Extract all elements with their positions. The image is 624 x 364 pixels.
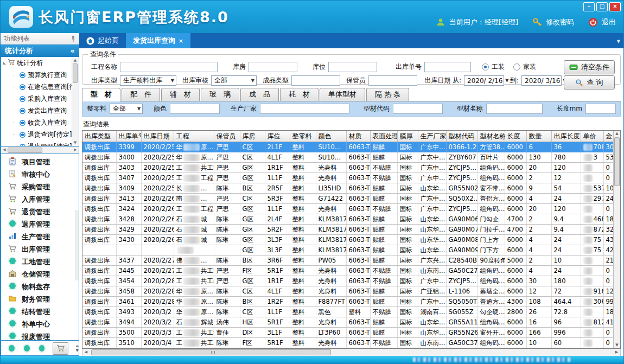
location-input[interactable] [328,62,377,72]
sidebar-item-采购管理[interactable]: 采购管理 [1,181,79,193]
expand-icon[interactable] [3,62,6,65]
column-header-13[interactable]: 生产厂家 [418,131,446,142]
change-password-link[interactable]: 修改密码 [546,17,574,27]
grid-scroll-left-icon[interactable]: ◀ [83,349,89,355]
color-input[interactable] [170,104,220,114]
profile-code-input[interactable] [393,104,443,114]
table-row[interactable]: 调拨出库35122020/3/4工共工程陈琳F区1L2F整料光身料6063-T5… [82,348,614,349]
whole-part-select[interactable]: 全部▼ [110,104,143,114]
grid-vertical-scrollbar[interactable]: ▲ ▼ [613,131,620,348]
collapse-icon[interactable]: « [71,47,75,55]
module-scrollbar[interactable] [75,210,79,280]
grid-scroll-up-icon[interactable]: ▲ [614,131,620,137]
audit-select[interactable]: 全部▼ [211,75,257,86]
column-header-12[interactable]: 膜厚 [397,131,418,142]
sidebar-item-仓储管理[interactable]: 仓储管理 [1,268,79,280]
sidebar-item-审核中心[interactable]: 审核中心 [1,168,79,181]
maximize-button[interactable]: □ [596,2,608,11]
column-header-1[interactable]: 出库类型 [82,131,116,142]
grid-scroll-right-icon[interactable]: ▶ [614,349,620,355]
close-button[interactable]: × [609,2,621,11]
table-row[interactable]: 调拨出库34292020/2/26石城陈琳G区5R2F整料KLM38176063… [82,225,614,235]
table-row[interactable]: 调拨出库34302020/2/26石城陈琳G区3L3F整料KLM38176063… [82,235,614,245]
column-header-17[interactable]: 数量 [526,131,551,142]
tree-item[interactable]: 退库管理[待定] [1,141,79,146]
tree-scroll-thumb[interactable] [73,63,78,83]
column-header-14[interactable]: 型材代码 [446,131,477,142]
column-header-8[interactable]: 整零料 [290,131,316,142]
maker-input[interactable] [260,104,349,114]
column-header-20[interactable]: 金额 [603,131,614,142]
table-row[interactable]: 调拨出库34452020/2/27工共工程严思F区5R1F整料光身料6063-T… [82,266,614,276]
tree-item[interactable]: 发货出库查询 [1,105,79,117]
tree-root-item[interactable]: 统计分析 [1,57,79,69]
sidebar-item-工地管理[interactable]: 工地管理 [1,256,79,268]
column-header-6[interactable]: 库房 [240,131,265,142]
table-row[interactable]: 调拨出库34932020/3/2华原…陈琳C区1L1F整料黑色塑料不贴膜国标湖南… [82,307,614,317]
pin-icon[interactable] [71,35,76,42]
column-header-4[interactable]: 工程 [174,131,214,142]
module-dot-icon[interactable] [39,345,45,352]
sidebar-item-报废管理[interactable]: 报废管理 [1,330,79,341]
grid-vscroll-thumb[interactable] [614,137,620,186]
material-tab-2[interactable]: 配 件 [122,88,160,101]
scroll-left-icon[interactable]: ◀ [2,147,7,152]
grid-horizontal-scrollbar[interactable]: ◀ ▶ [82,349,621,356]
module-dot-icon[interactable] [24,345,30,352]
grid-hscroll-thumb[interactable] [91,349,331,355]
column-header-16[interactable]: 长度 [505,131,526,142]
table-row[interactable]: 调拨出库34032020/2/25工共工程严思G区1R1F整料光身料6063-T… [82,163,614,173]
sidebar-item-结转管理[interactable]: 结转管理 [1,305,79,318]
column-header-7[interactable]: 库位 [265,131,290,142]
material-tab-1[interactable]: 型 材 [82,88,120,101]
table-row[interactable]: 调拨出库34942020/3/2石辉城汤伟H区5R1F整料光身料6063-T5贴… [82,317,614,328]
material-tab-5[interactable]: 成 品 [240,88,279,101]
table-row[interactable]: 调拨出库34542020/2/28工共工程严思G区1R1F整料光身料6063-T… [82,276,614,286]
column-header-18[interactable]: 出库长度 [551,131,581,142]
column-header-3[interactable]: 出库日期 [141,131,174,142]
date-from-picker[interactable]: 2020/ 2/16▼ [464,75,504,86]
group-header-statistics[interactable]: 统计分析 « [1,44,79,57]
sidebar-item-出库管理[interactable]: 出库管理 [1,243,79,256]
sidebar-item-财务管理[interactable]: 财务管理 [1,293,79,305]
tree-vertical-scrollbar[interactable]: ▲ ▼ [72,58,78,145]
table-row[interactable]: 调拨出库34132020/2/26南…严思C区5R3F整料G714226063-… [82,194,614,204]
sidebar-item-退货管理[interactable]: 退货管理 [1,206,79,218]
column-header-19[interactable]: 单价 [581,131,603,142]
keeper-input[interactable] [368,75,417,86]
sidebar-item-退库管理[interactable]: 退库管理 [1,218,79,231]
minimize-button[interactable]: – [583,2,595,11]
column-header-9[interactable]: 颜色 [316,131,346,142]
radio-jiazhuang[interactable] [513,63,520,71]
module-dot-icon[interactable] [9,345,15,352]
tree-item[interactable]: 在途信息查询[待 [1,81,79,93]
tab-home[interactable]: 起始页 [79,33,126,48]
search-button[interactable]: 查 询 [564,75,615,90]
table-row[interactable]: 调拨出库34242020/2/26工工程严思G区1L1F整料光身料6063-T5… [82,204,614,214]
out-type-select[interactable]: 生产领料出库▼ [120,75,176,86]
scroll-right-icon[interactable]: ▶ [73,147,78,152]
sidebar-item-物料盘存[interactable]: 物料盘存 [1,280,79,293]
table-row[interactable]: 调拨出库34582020/2/28华原…陈琳C区4L1F整料光身料6063-T5… [82,286,614,297]
project-name-input[interactable] [120,62,218,72]
column-header-15[interactable]: 型材名称 [477,131,505,142]
grid-scroll-down-icon[interactable]: ▼ [614,342,620,348]
tree-item[interactable]: 收货入库查询 [1,117,79,129]
tab-shipment-query[interactable]: 发货出库查询 × [126,33,190,48]
sidebar-item-项目管理[interactable]: 项目管理 [1,156,79,168]
clear-conditions-button[interactable]: 清空条件 [564,60,615,74]
column-header-2[interactable]: 出库单号 [116,131,141,142]
length-input[interactable] [585,104,616,114]
order-no-input[interactable] [424,62,471,72]
material-tab-7[interactable]: 单体型材 [320,88,365,101]
table-row[interactable]: 调拨出库34072020/2/25工工程严思G区1L1F整料光身料6063-T5… [82,173,614,183]
tree-horizontal-scrollbar[interactable]: ◀ ▶ [1,146,79,154]
product-type-input[interactable] [291,75,340,86]
warehouse-input[interactable] [249,62,297,72]
material-tab-6[interactable]: 耗 材 [280,88,319,101]
date-to-picker[interactable]: 2020/ 3/16▼ [521,75,562,86]
table-row[interactable]: 调拨出库34002020/2/25华原…严思C区4L1F整料SU10…6063-… [82,152,614,163]
tree-item[interactable]: 预算执行查询 [1,69,79,81]
table-row[interactable]: 调拨出库34372020/2/27佛…陈琳B区3R6F整料PW056063-T5… [82,256,614,266]
material-tab-8[interactable]: 隔 热 条 [366,88,409,101]
